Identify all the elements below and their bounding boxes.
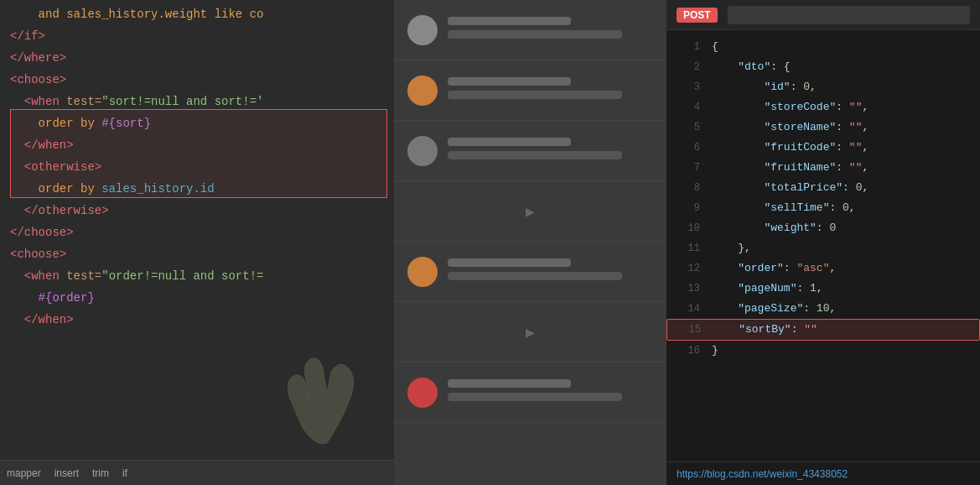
- code-text: #{sort}: [101, 112, 151, 134]
- line-number: 3: [677, 77, 700, 97]
- json-body: 1 { 2 "dto": { 3 "id": 0, 4 "storeCode":…: [666, 30, 980, 462]
- code-line: </where>: [0, 47, 394, 69]
- line-number: 12: [677, 258, 700, 279]
- json-line: 16 }: [666, 341, 980, 361]
- code-text: sales_history.id: [101, 178, 214, 200]
- json-text: "pageSize": 10,: [712, 299, 836, 319]
- toolbar-mapper[interactable]: mapper: [7, 467, 41, 479]
- json-line: 5 "storeName": "",: [666, 117, 980, 138]
- code-text: order by: [10, 112, 101, 134]
- list-item: [394, 60, 666, 121]
- code-line: </when>: [0, 134, 394, 156]
- code-text: "sort!=null and sort!=': [101, 91, 263, 112]
- list-item: ▶: [394, 302, 666, 362]
- avatar: [407, 76, 438, 106]
- json-line: 11 },: [666, 238, 980, 258]
- json-line: 7 "fruitName": "",: [666, 158, 980, 178]
- avatar: [407, 136, 438, 166]
- json-text: "fruitCode": "",: [712, 138, 869, 158]
- code-text: test=: [66, 265, 101, 287]
- toolbar-if[interactable]: if: [122, 467, 127, 479]
- list-item: [394, 362, 666, 423]
- json-line: 4 "storeCode": "",: [666, 97, 980, 117]
- list-item: [394, 242, 666, 302]
- code-text: </otherwise>: [10, 200, 109, 222]
- code-text: [10, 287, 39, 309]
- line-number: 1: [677, 37, 700, 57]
- list-item: ▶: [394, 181, 666, 242]
- line-number: 7: [677, 158, 700, 178]
- item-text: [448, 379, 653, 406]
- code-text: <choose>: [10, 243, 66, 265]
- code-line: </when>: [0, 309, 394, 331]
- code-text: and sales_history.weight like co: [10, 3, 263, 25]
- code-line: <when test="order!=null and sort!=: [0, 265, 394, 287]
- json-text: "order": "asc",: [712, 258, 836, 279]
- chevron-right-icon: ▶: [526, 202, 535, 221]
- code-line: </otherwise>: [0, 200, 394, 222]
- json-line: 9 "sellTime": 0,: [666, 198, 980, 218]
- code-text: order by: [10, 178, 101, 200]
- code-editor: and sales_history.weight like co </if> <…: [0, 0, 394, 485]
- item-text: [448, 77, 653, 104]
- code-text: </when>: [10, 134, 74, 156]
- toolbar-trim[interactable]: trim: [92, 467, 109, 479]
- line-number: 13: [677, 279, 700, 299]
- code-line: #{order}: [0, 287, 394, 309]
- code-text: </if>: [10, 25, 45, 47]
- code-text: <otherwise>: [10, 156, 101, 178]
- json-text: },: [712, 238, 751, 258]
- line-number: 2: [677, 57, 700, 77]
- avatar: [407, 257, 438, 287]
- code-text: #{order}: [39, 287, 95, 309]
- line-number: 6: [677, 138, 700, 158]
- code-lines: and sales_history.weight like co </if> <…: [0, 0, 394, 334]
- json-text: }: [712, 341, 718, 361]
- line-number: 5: [677, 117, 700, 138]
- code-text: </when>: [10, 309, 74, 331]
- code-toolbar: mapper insert trim if: [0, 460, 394, 485]
- json-line: 14 "pageSize": 10,: [666, 299, 980, 319]
- json-text: "dto": {: [712, 57, 791, 77]
- list-item: [394, 121, 666, 181]
- json-text: "storeCode": "",: [712, 97, 869, 117]
- middle-list: ▶ ▶: [394, 0, 666, 423]
- code-line: </if>: [0, 25, 394, 47]
- json-line: 12 "order": "asc",: [666, 258, 980, 279]
- json-line: 2 "dto": {: [666, 57, 980, 77]
- chevron-right-icon: ▶: [526, 323, 535, 342]
- json-text: "pageNum": 1,: [712, 279, 823, 299]
- toolbar-insert[interactable]: insert: [54, 467, 79, 479]
- code-line: <choose>: [0, 69, 394, 91]
- json-line-highlighted: 15 "sortBy": "": [666, 319, 980, 341]
- json-line: 13 "pageNum": 1,: [666, 279, 980, 299]
- code-line: <when test="sort!=null and sort!=': [0, 91, 394, 112]
- item-text: [448, 138, 653, 164]
- code-line: </choose>: [0, 222, 394, 243]
- json-text: "weight": 0: [712, 218, 836, 238]
- footer: https://blog.csdn.net/weixin_43438052: [666, 462, 980, 485]
- code-line: and sales_history.weight like co: [0, 3, 394, 25]
- list-item: [394, 0, 666, 60]
- item-text: [448, 17, 653, 44]
- code-text: <when: [10, 265, 66, 287]
- line-number: 9: [677, 198, 700, 218]
- json-text: "fruitName": "",: [712, 158, 869, 178]
- code-line: <otherwise>: [0, 156, 394, 178]
- url-input[interactable]: [728, 6, 970, 24]
- json-text: "sellTime": 0,: [712, 198, 856, 218]
- line-number: 8: [677, 178, 700, 198]
- item-text: [448, 258, 653, 285]
- code-text: test=: [66, 91, 101, 112]
- code-text: </where>: [10, 47, 66, 69]
- middle-panel: ▶ ▶: [394, 0, 666, 485]
- json-line: 8 "totalPrice": 0,: [666, 178, 980, 198]
- json-line: 6 "fruitCode": "",: [666, 138, 980, 158]
- json-text: "id": 0,: [712, 77, 817, 97]
- http-method-badge: POST: [677, 8, 718, 23]
- code-text: </choose>: [10, 222, 74, 243]
- line-number: 16: [677, 341, 700, 361]
- json-line: 1 {: [666, 37, 980, 57]
- footer-url: https://blog.csdn.net/weixin_43438052: [677, 468, 848, 480]
- right-panel: POST 1 { 2 "dto": { 3 "id": 0, 4 "storeC…: [666, 0, 980, 485]
